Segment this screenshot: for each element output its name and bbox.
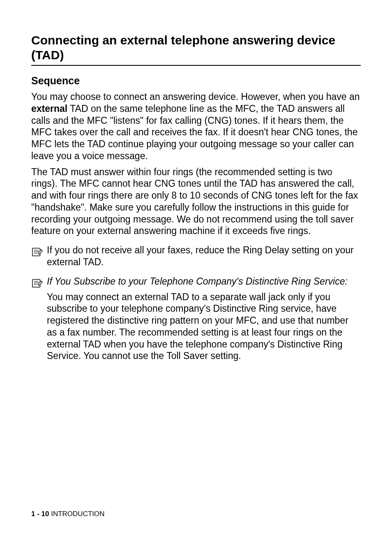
svg-marker-9 bbox=[38, 281, 42, 285]
note-pencil-icon bbox=[31, 245, 44, 257]
page-number: 1 - 10 bbox=[31, 510, 49, 518]
paragraph-2: The TAD must answer within four rings (t… bbox=[31, 166, 361, 237]
note-pencil-icon bbox=[31, 276, 44, 289]
document-page: Connecting an external telephone answeri… bbox=[0, 0, 392, 556]
section-label: INTRODUCTION bbox=[49, 510, 104, 518]
heading-sequence: Sequence bbox=[31, 75, 361, 87]
heading-main: Connecting an external telephone answeri… bbox=[31, 33, 361, 63]
paragraph-1-part-a: You may choose to connect an answering d… bbox=[31, 91, 360, 102]
note-1-text: If you do not receive all your faxes, re… bbox=[47, 244, 361, 268]
paragraph-1-part-b: TAD on the same telephone line as the MF… bbox=[31, 103, 357, 161]
page-footer: 1 - 10 INTRODUCTION bbox=[31, 510, 105, 518]
note-2: If You Subscribe to your Telephone Compa… bbox=[31, 276, 361, 289]
paragraph-1-bold: external bbox=[31, 103, 67, 114]
svg-marker-4 bbox=[38, 250, 42, 254]
heading-rule bbox=[31, 65, 361, 66]
note-2-italic: If You Subscribe to your Telephone Compa… bbox=[47, 276, 348, 287]
note-1: If you do not receive all your faxes, re… bbox=[31, 244, 361, 268]
paragraph-1: You may choose to connect an answering d… bbox=[31, 91, 361, 162]
note-2-heading: If You Subscribe to your Telephone Compa… bbox=[47, 276, 361, 287]
note-2-body: You may connect an external TAD to a sep… bbox=[47, 291, 361, 362]
